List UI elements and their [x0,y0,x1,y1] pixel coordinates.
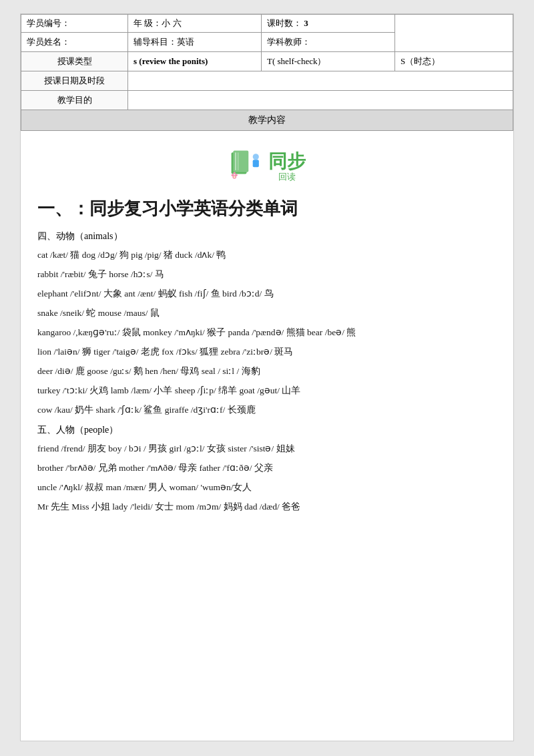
logo-box: 同步 回读 [228,148,306,184]
hours-cell: 课时数： 3 [262,15,395,33]
lesson-type-col2: T( shelf-check） [262,52,395,71]
svg-point-10 [234,176,236,178]
vocab-line-1-3: Mr 先生 Miss 小姐 lady /'leidi/ 女士 mom /mɔm/… [37,498,497,516]
header-row-2: 学员姓名： 辅导科目：英语 学科教师： [21,33,513,52]
student-id-cell: 学员编号： [21,15,128,33]
vocab-line-0-6: deer /diə/ 鹿 goose /guːs/ 鹅 hen /hen/ 母鸡… [37,362,497,380]
grade-label: 年 级：小 六 [134,18,182,28]
teacher-label: 学科教师： [267,37,310,47]
grade-cell: 年 级：小 六 [128,15,262,33]
date-value-cell [128,71,513,91]
content-area: 同步 回读 一、：同步复习小学英语分类单词 四、动物（animals） cat … [21,131,513,527]
vocab-line-1-2: uncle /'ʌŋkl/ 叔叔 man /mæn/ 男人 woman/ 'wu… [37,478,497,496]
lesson-type-col1-text: s (review the ponits) [134,56,208,66]
vocab-line-0-8: cow /kau/ 奶牛 shark /'ʃɑːk/ 鲨鱼 giraffe /d… [37,401,497,419]
subject-label: 辅导科目：英语 [134,37,194,47]
lesson-type-col3-text: S（时态） [400,56,440,66]
hours-label: 课时数： [267,18,302,28]
goal-label: 教学目的 [57,95,92,105]
date-label-cell: 授课日期及时段 [21,71,128,91]
svg-rect-5 [253,160,259,167]
category-0: 四、动物（animals） cat /kæt/ 猫 dog /dɔg/ 狗 pi… [37,230,497,419]
hours-value: 3 [304,18,308,28]
category-1: 五、人物（people） friend /frend/ 朋友 boy / bɔi… [37,424,497,516]
lesson-type-row: 授课类型 s (review the ponits) T( shelf-chec… [21,52,513,71]
header-table: 学员编号： 年 级：小 六 课时数： 3 学员姓名： 辅导科目：英语 学科教师： [21,14,513,110]
section-title: 一、：同步复习小学英语分类单词 [37,197,497,220]
lesson-type-label: 授课类型 [57,56,92,66]
logo-area: 同步 回读 [37,148,497,187]
subject-cell: 辅导科目：英语 [128,33,262,52]
goal-value-cell [128,91,513,110]
vocab-line-0-1: rabbit /'ræbit/ 兔子 horse /hɔːs/ 马 [37,265,497,283]
vocab-line-0-7: turkey /'tɔːki/ 火鸡 lamb /læm/ 小羊 sheep /… [37,381,497,399]
logo-text-area: 同步 回读 [268,149,306,183]
student-name-label: 学员姓名： [27,37,70,47]
content-header: 教学内容 [21,110,513,131]
categories-container: 四、动物（animals） cat /kæt/ 猫 dog /dɔg/ 狗 pi… [37,230,497,516]
category-1-title: 五、人物（people） [37,424,497,436]
lesson-type-col3: S（时态） [395,52,513,71]
goal-label-cell: 教学目的 [21,91,128,110]
category-0-title: 四、动物（animals） [37,230,497,242]
vocab-line-1-1: brother /'brʌðə/ 兄弟 mother /'mʌðə/ 母亲 fa… [37,459,497,477]
svg-rect-3 [238,152,239,170]
student-name-cell: 学员姓名： [21,33,128,52]
teacher-cell: 学科教师： [262,33,395,52]
vocab-line-0-2: elephant /'elifɔnt/ 大象 ant /ænt/ 蚂蚁 fish… [37,285,497,303]
svg-point-4 [253,154,259,160]
page: 学员编号： 年 级：小 六 课时数： 3 学员姓名： 辅导科目：英语 学科教师： [20,13,514,741]
date-label: 授课日期及时段 [44,75,105,85]
date-row: 授课日期及时段 [21,71,513,91]
lesson-type-label-cell: 授课类型 [21,52,128,71]
book-icon [228,148,265,184]
lesson-type-col2-text: T( shelf-check） [267,56,326,66]
goal-row: 教学目的 [21,91,513,110]
vocab-line-0-4: kangaroo /,kæŋɡə'ruː/ 袋鼠 monkey /'mʌŋki/… [37,323,497,341]
lesson-type-col1: s (review the ponits) [128,52,262,71]
content-header-text: 教学内容 [248,115,286,125]
svg-point-7 [232,174,234,176]
vocab-line-0-5: lion /'laiən/ 狮 tiger /'taigə/ 老虎 fox /f… [37,343,497,361]
student-id-label: 学员编号： [27,18,70,28]
svg-point-9 [233,172,236,175]
header-row-1: 学员编号： 年 级：小 六 课时数： 3 [21,15,513,33]
vocab-line-1-0: friend /frend/ 朋友 boy / bɔi / 男孩 girl /g… [37,439,497,457]
svg-point-8 [235,174,238,176]
vocab-line-0-3: snake /sneik/ 蛇 mouse /maus/ 鼠 [37,304,497,322]
vocab-line-0-0: cat /kæt/ 猫 dog /dɔg/ 狗 pig /pig/ 猪 duck… [37,246,497,264]
svg-rect-2 [235,152,236,170]
